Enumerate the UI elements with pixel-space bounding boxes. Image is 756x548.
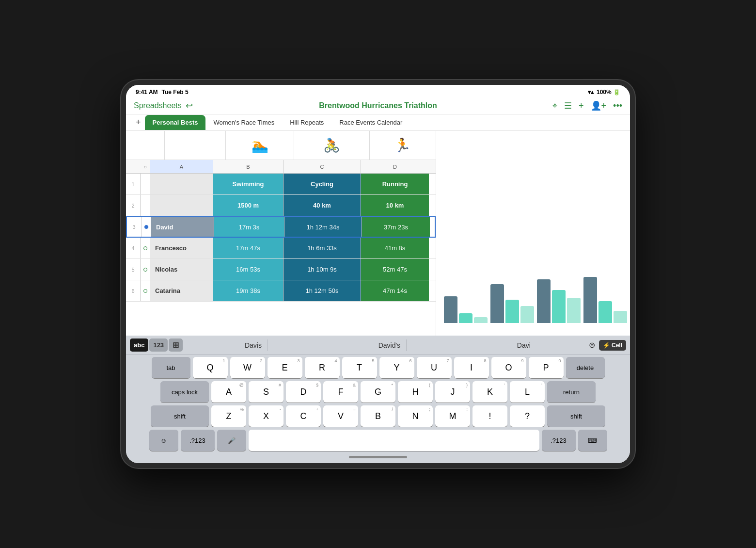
cell-catarina-run[interactable]: 47m 14s: [361, 280, 429, 301]
key-exclaim[interactable]: !: [472, 405, 507, 427]
col-a-header[interactable]: A: [150, 160, 213, 173]
cell-1-swim[interactable]: Swimming: [213, 174, 284, 194]
key-delete[interactable]: delete: [566, 357, 605, 378]
key-n[interactable]: ;N: [398, 405, 433, 427]
key-b[interactable]: /B: [361, 405, 395, 427]
cell-button[interactable]: ⚡ Cell: [599, 340, 626, 351]
suggestion-3[interactable]: Davi: [511, 339, 536, 351]
key-caps-lock[interactable]: caps lock: [160, 381, 209, 403]
key-space[interactable]: [249, 430, 539, 451]
key-k[interactable]: 'K: [472, 381, 507, 403]
key-p[interactable]: 0P: [529, 357, 564, 378]
cell-nicolas-run[interactable]: 52m 47s: [361, 259, 429, 280]
undo-button[interactable]: ↩: [186, 100, 193, 111]
key-z[interactable]: %Z: [211, 405, 246, 427]
cell-catarina-name[interactable]: Catarina: [150, 280, 213, 301]
key-q[interactable]: 1Q: [193, 357, 228, 378]
tab-personal-bests[interactable]: Personal Bests: [145, 115, 206, 130]
cell-francesco-swim[interactable]: 17m 47s: [213, 238, 284, 258]
add-icon[interactable]: +: [579, 101, 584, 111]
key-f[interactable]: &F: [323, 381, 358, 403]
mode-abc-button[interactable]: abc: [130, 338, 148, 352]
key-w[interactable]: 2W: [230, 357, 265, 378]
key-l[interactable]: "L: [510, 381, 545, 403]
key-i[interactable]: 8I: [454, 357, 489, 378]
cell-catarina-swim[interactable]: 19m 38s: [213, 280, 284, 301]
cell-1-cycle[interactable]: Cycling: [284, 174, 361, 194]
cell-2-name[interactable]: [150, 195, 213, 216]
key-shift-right[interactable]: shift: [547, 405, 605, 427]
icons-row: 🏊 🚴 🏃: [126, 131, 436, 160]
mode-123-button[interactable]: 123: [149, 338, 168, 352]
key-question[interactable]: ?: [510, 405, 545, 427]
col-c-header[interactable]: C: [284, 160, 361, 173]
key-h[interactable]: (H: [398, 381, 433, 403]
cell-nicolas-name[interactable]: Nicolas: [150, 259, 213, 280]
key-t[interactable]: 5T: [342, 357, 377, 378]
bar-group-3: [537, 279, 581, 323]
row-circle-4: [141, 238, 150, 258]
cell-david-name[interactable]: David: [151, 217, 214, 237]
spreadsheets-button[interactable]: Spreadsheets: [134, 101, 182, 110]
mode-grid-button[interactable]: ⊞: [169, 338, 183, 352]
col-d-header[interactable]: D: [361, 160, 429, 173]
cell-1-run[interactable]: Running: [361, 174, 429, 194]
key-u[interactable]: 7U: [417, 357, 452, 378]
key-dismiss[interactable]: ⌨: [578, 430, 607, 451]
key-o[interactable]: 9O: [491, 357, 526, 378]
key-mic[interactable]: 🎤: [217, 430, 246, 451]
key-d[interactable]: $D: [286, 381, 321, 403]
key-e[interactable]: 3E: [268, 357, 302, 378]
cell-francesco-name[interactable]: Francesco: [150, 238, 213, 258]
add-tab-button[interactable]: +: [132, 114, 145, 130]
key-v[interactable]: =V: [323, 405, 358, 427]
key-r[interactable]: 4R: [305, 357, 340, 378]
key-s[interactable]: #S: [249, 381, 284, 403]
cell-2-swim[interactable]: 1500 m: [213, 195, 284, 216]
tabs-bar: + Personal Bests Women's Race Times Hill…: [126, 114, 630, 131]
col-b-header[interactable]: B: [213, 160, 284, 173]
key-row-1: tab 1Q 2W 3E 4R 5T 6Y 7U 8I 9O 0P delete: [128, 357, 628, 378]
bottom-home-area: [126, 453, 630, 463]
cell-2-cycle[interactable]: 40 km: [284, 195, 361, 216]
key-tab[interactable]: tab: [152, 357, 190, 378]
suggestion-1[interactable]: Davis: [239, 339, 268, 351]
key-emoji[interactable]: ☺: [149, 430, 178, 451]
row-num-3: 3: [127, 217, 142, 237]
more-icon[interactable]: •••: [613, 101, 622, 111]
cell-nicolas-cycle[interactable]: 1h 10m 9s: [284, 259, 361, 280]
cell-nicolas-swim[interactable]: 16m 53s: [213, 259, 284, 280]
tab-race-events[interactable]: Race Events Calendar: [331, 115, 410, 130]
shape-icon[interactable]: ⌖: [552, 101, 557, 111]
key-y[interactable]: 6Y: [379, 357, 414, 378]
autocomplete-equals-button[interactable]: ⊜: [589, 340, 595, 350]
key-j[interactable]: )J: [435, 381, 470, 403]
app-header: Spreadsheets ↩ Brentwood Hurricanes Tria…: [126, 97, 630, 114]
format-icon[interactable]: ☰: [564, 100, 572, 111]
key-numbers-left[interactable]: .?123: [181, 430, 215, 451]
key-a[interactable]: @A: [211, 381, 246, 403]
key-m[interactable]: :M: [435, 405, 470, 427]
cell-2-run[interactable]: 10 km: [361, 195, 429, 216]
circle-header: ○: [141, 164, 150, 170]
cell-francesco-cycle[interactable]: 1h 6m 33s: [284, 238, 361, 258]
suggestion-2[interactable]: David's: [373, 339, 407, 351]
cell-1-name[interactable]: [150, 174, 213, 194]
cell-david-swim[interactable]: 17m 3s: [214, 217, 284, 237]
key-c[interactable]: +C: [286, 405, 321, 427]
key-x[interactable]: -X: [249, 405, 284, 427]
bar-1-teal: [459, 313, 472, 323]
key-numbers-right[interactable]: .?123: [542, 430, 576, 451]
row-circle-5: [141, 259, 150, 280]
cell-catarina-cycle[interactable]: 1h 12m 50s: [284, 280, 361, 301]
key-shift-left[interactable]: shift: [151, 405, 209, 427]
key-return[interactable]: return: [547, 381, 596, 403]
share-icon[interactable]: 👤+: [591, 100, 607, 111]
cell-david-cycle[interactable]: 1h 12m 34s: [284, 217, 362, 237]
cell-francesco-run[interactable]: 41m 8s: [361, 238, 429, 258]
cell-david-run[interactable]: 37m 23s: [362, 217, 430, 237]
row-circle-6: [141, 280, 150, 301]
key-g[interactable]: *G: [361, 381, 395, 403]
tab-womens-race-times[interactable]: Women's Race Times: [205, 115, 282, 130]
tab-hill-repeats[interactable]: Hill Repeats: [282, 115, 331, 130]
